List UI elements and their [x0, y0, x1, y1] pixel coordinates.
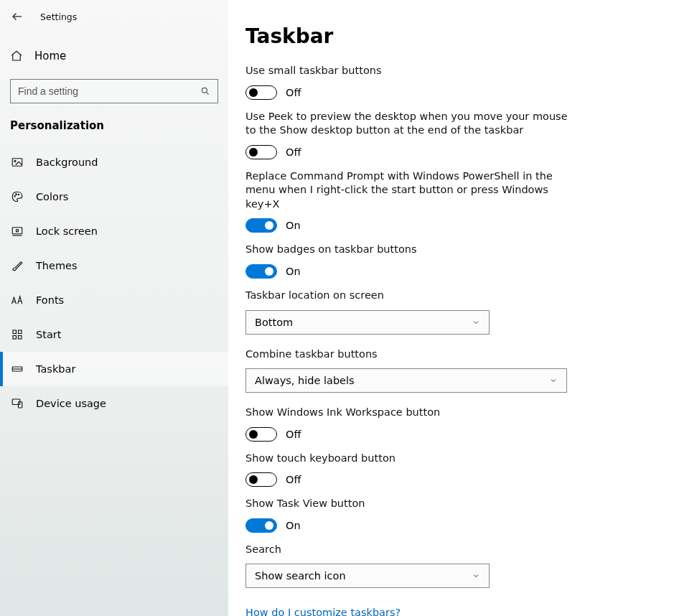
- setting-label-powershell: Replace Command Prompt with Windows Powe…: [245, 169, 568, 212]
- sidebar-item-label: Start: [36, 329, 61, 340]
- search-box[interactable]: [10, 79, 218, 103]
- toggle-ink[interactable]: [245, 427, 277, 442]
- dropdown-value: Always, hide labels: [255, 375, 355, 386]
- setting-label-badges: Show badges on taskbar buttons: [245, 243, 568, 257]
- sidebar-item-colors[interactable]: Colors: [0, 179, 228, 214]
- section-title: Personalization: [10, 119, 228, 132]
- device-icon: [10, 397, 24, 410]
- svg-point-7: [18, 194, 19, 195]
- lock-screen-icon: [10, 225, 24, 238]
- sidebar-item-background[interactable]: Background: [0, 145, 228, 179]
- svg-point-6: [16, 194, 17, 195]
- svg-point-5: [14, 196, 16, 197]
- toggle-state: Off: [286, 87, 301, 98]
- search-icon: [200, 86, 210, 96]
- toggle-touch-kb[interactable]: [245, 472, 277, 487]
- fonts-icon: [10, 294, 24, 306]
- sidebar-item-label: Colors: [36, 191, 68, 202]
- sidebar-item-label: Fonts: [36, 294, 64, 306]
- sidebar-item-label: Themes: [36, 260, 78, 271]
- setting-label-touch-kb: Show touch keyboard button: [245, 452, 568, 466]
- dropdown-location[interactable]: Bottom: [245, 310, 490, 335]
- sidebar-item-fonts[interactable]: Fonts: [0, 283, 228, 317]
- setting-label-combine: Combine taskbar buttons: [245, 347, 568, 362]
- page-title: Taskbar: [245, 24, 674, 48]
- sidebar-item-label: Device usage: [36, 398, 106, 409]
- dropdown-search[interactable]: Show search icon: [245, 564, 490, 588]
- chevron-down-icon: [549, 376, 558, 385]
- sidebar: Settings Home Personalization: [0, 0, 228, 616]
- back-button[interactable]: [7, 6, 27, 27]
- search-input[interactable]: [18, 85, 210, 97]
- toggle-state: Off: [286, 474, 301, 485]
- setting-label-search: Search: [245, 543, 568, 557]
- setting-label-location: Taskbar location on screen: [245, 289, 568, 303]
- sidebar-item-lock-screen[interactable]: Lock screen: [0, 214, 228, 248]
- sidebar-item-label: Background: [36, 157, 98, 168]
- sidebar-item-device-usage[interactable]: Device usage: [0, 386, 228, 421]
- svg-point-4: [14, 160, 16, 162]
- sidebar-item-taskbar[interactable]: Taskbar: [0, 352, 228, 386]
- window-top-bar: Settings: [0, 0, 228, 33]
- main-content: Taskbar Use small taskbar buttons Off Us…: [228, 0, 674, 616]
- toggle-badges[interactable]: [245, 264, 277, 279]
- sidebar-item-label: Lock screen: [36, 225, 98, 237]
- svg-rect-13: [13, 336, 17, 340]
- dropdown-value: Show search icon: [255, 570, 346, 582]
- toggle-peek[interactable]: [245, 145, 277, 159]
- svg-rect-14: [19, 336, 22, 340]
- brush-icon: [10, 259, 24, 272]
- toggle-task-view[interactable]: [245, 518, 277, 533]
- sidebar-item-home[interactable]: Home: [0, 39, 228, 73]
- taskbar-icon: [10, 363, 24, 375]
- toggle-state: On: [286, 520, 301, 531]
- setting-label-ink: Show Windows Ink Workspace button: [245, 406, 568, 420]
- setting-label-small-buttons: Use small taskbar buttons: [245, 64, 568, 78]
- svg-rect-8: [12, 228, 22, 234]
- chevron-down-icon: [472, 571, 480, 580]
- dropdown-combine[interactable]: Always, hide labels: [245, 368, 567, 393]
- svg-rect-10: [17, 230, 19, 232]
- toggle-powershell[interactable]: [245, 218, 277, 233]
- chevron-down-icon: [472, 318, 480, 327]
- start-grid-icon: [10, 328, 24, 341]
- toggle-state: On: [286, 220, 301, 231]
- setting-label-task-view: Show Task View button: [245, 497, 568, 511]
- sidebar-item-label: Home: [34, 50, 66, 62]
- svg-point-1: [202, 88, 207, 93]
- sidebar-item-themes[interactable]: Themes: [0, 248, 228, 283]
- svg-line-2: [206, 92, 208, 94]
- image-icon: [10, 156, 24, 169]
- toggle-state: Off: [286, 146, 301, 158]
- svg-rect-3: [12, 159, 22, 167]
- toggle-state: Off: [286, 429, 301, 440]
- sidebar-item-start[interactable]: Start: [0, 317, 228, 352]
- setting-label-peek: Use Peek to preview the desktop when you…: [245, 110, 568, 138]
- toggle-state: On: [286, 266, 301, 277]
- svg-rect-11: [13, 330, 17, 334]
- help-link[interactable]: How do I customize taskbars?: [245, 607, 401, 616]
- palette-icon: [10, 190, 24, 203]
- dropdown-value: Bottom: [255, 317, 293, 328]
- app-title: Settings: [40, 11, 77, 22]
- home-icon: [10, 50, 23, 62]
- toggle-small-buttons[interactable]: [245, 85, 277, 100]
- sidebar-item-label: Taskbar: [36, 363, 75, 375]
- svg-rect-12: [19, 330, 22, 334]
- nav-list: Background Colors Lock screen: [0, 145, 228, 421]
